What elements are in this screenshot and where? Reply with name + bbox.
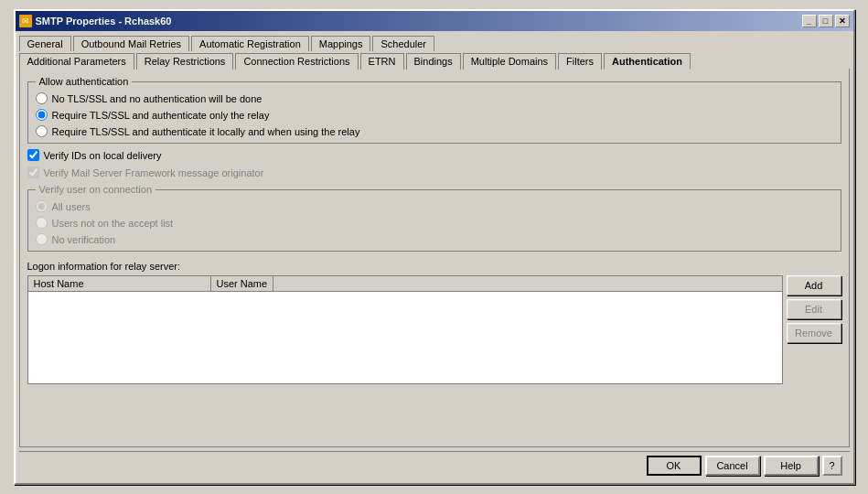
tab-relay-restrictions[interactable]: Relay Restrictions: [136, 53, 234, 70]
edit-button[interactable]: Edit: [787, 299, 841, 319]
auth-radio-2[interactable]: [36, 109, 48, 121]
verify-user-group: Verify user on connection All users User…: [27, 184, 841, 252]
tab-row-2: Additional Parameters Relay Restrictions…: [19, 52, 850, 69]
allow-auth-group: Allow authentication No TLS/SSL and no a…: [27, 76, 841, 144]
maximize-button[interactable]: □: [819, 15, 833, 27]
logon-section: Logon information for relay server: Host…: [27, 261, 841, 384]
logon-table-header: Host Name User Name: [28, 276, 782, 292]
tab-multiple-domains[interactable]: Multiple Domains: [463, 53, 556, 70]
verify-not-on-accept: Users not on the accept list: [36, 217, 833, 229]
title-bar: ✉ SMTP Properties - Rchask60 _ □ ✕: [16, 11, 853, 31]
bottom-bar: OK Cancel Help ?: [19, 451, 850, 479]
app-icon: ✉: [19, 15, 32, 27]
auth-option-1[interactable]: No TLS/SSL and no authentication will be…: [36, 92, 833, 104]
verify-all-users: All users: [36, 200, 833, 212]
tab-connection-restrictions[interactable]: Connection Restrictions: [235, 53, 358, 70]
verify-ids-checkbox-label[interactable]: Verify IDs on local delivery: [27, 149, 841, 161]
logon-content: Host Name User Name Add Edit Remove: [27, 275, 841, 384]
tab-filters[interactable]: Filters: [558, 53, 602, 70]
tab-authentication[interactable]: Authentication: [604, 53, 691, 70]
logon-table-body[interactable]: [28, 292, 782, 383]
tab-automatic-registration[interactable]: Automatic Registration: [191, 36, 309, 51]
col-host-name: Host Name: [28, 276, 211, 291]
allow-auth-legend: Allow authentication: [36, 76, 133, 87]
auth-option-2[interactable]: Require TLS/SSL and authenticate only th…: [36, 109, 833, 121]
verify-mail-server-checkbox: [27, 166, 39, 178]
verify-mail-server-checkbox-label: Verify Mail Server Framework message ori…: [27, 166, 841, 178]
logon-buttons: Add Edit Remove: [787, 275, 841, 384]
verify-radio-none: [36, 233, 48, 245]
auth-radio-3[interactable]: [36, 125, 48, 137]
tab-outbound-mail-retries[interactable]: Outbound Mail Retries: [73, 36, 189, 51]
verify-user-legend: Verify user on connection: [36, 184, 156, 195]
verify-radio-all: [36, 200, 48, 212]
tab-etrn[interactable]: ETRN: [360, 53, 404, 70]
main-window: ✉ SMTP Properties - Rchask60 _ □ ✕ Gener…: [14, 9, 855, 485]
minimize-button[interactable]: _: [802, 15, 817, 27]
close-button[interactable]: ✕: [835, 15, 850, 27]
cancel-button[interactable]: Cancel: [705, 456, 760, 476]
content-area: General Outbound Mail Retries Automatic …: [16, 31, 853, 483]
tab-mappings[interactable]: Mappings: [311, 36, 371, 51]
auth-radio-1[interactable]: [36, 92, 48, 104]
verify-no-verification: No verification: [36, 233, 833, 245]
col-user-name: User Name: [211, 276, 274, 291]
question-button[interactable]: ?: [822, 456, 842, 476]
help-button[interactable]: Help: [764, 456, 819, 476]
verify-ids-checkbox[interactable]: [27, 149, 39, 161]
tab-row-1: General Outbound Mail Retries Automatic …: [19, 35, 850, 50]
title-buttons: _ □ ✕: [802, 15, 850, 27]
tab-bindings[interactable]: Bindings: [406, 53, 461, 70]
logon-label: Logon information for relay server:: [27, 261, 841, 272]
add-button[interactable]: Add: [787, 275, 841, 295]
verify-user-radio-group: All users Users not on the accept list N…: [36, 200, 833, 245]
window-title: SMTP Properties - Rchask60: [36, 16, 172, 27]
ok-button[interactable]: OK: [647, 456, 702, 476]
tab-general[interactable]: General: [19, 36, 71, 51]
auth-radio-group: No TLS/SSL and no authentication will be…: [36, 92, 833, 137]
main-panel: Allow authentication No TLS/SSL and no a…: [19, 69, 850, 447]
tab-scheduler[interactable]: Scheduler: [372, 36, 434, 51]
auth-option-3[interactable]: Require TLS/SSL and authenticate it loca…: [36, 125, 833, 137]
logon-table: Host Name User Name: [27, 275, 783, 384]
tab-additional-parameters[interactable]: Additional Parameters: [19, 53, 134, 70]
remove-button[interactable]: Remove: [787, 323, 841, 343]
verify-radio-not-accept: [36, 217, 48, 229]
